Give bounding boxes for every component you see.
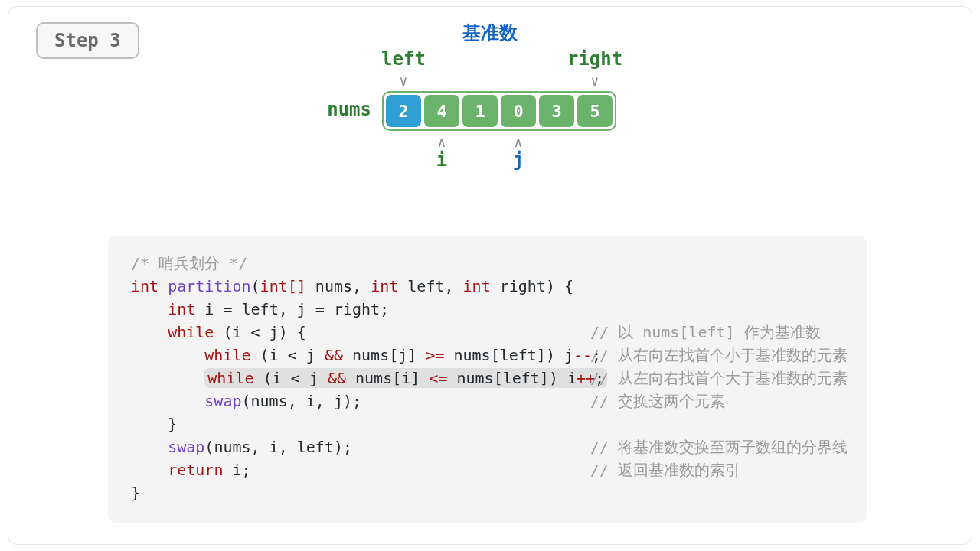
code-text: , bbox=[444, 277, 462, 295]
code-text: (nums, i, left); bbox=[204, 438, 352, 456]
code-text bbox=[491, 277, 500, 295]
code-line: swap(nums, i, j);// 交换这两个元素 bbox=[108, 390, 867, 412]
code-keyword: int bbox=[131, 277, 158, 295]
code-line: while (i < j && nums[j] >= nums[left]) j… bbox=[108, 344, 867, 367]
code-line-highlighted: while (i < j && nums[i] <= nums[left]) i… bbox=[108, 367, 867, 390]
code-text: (i < j) { bbox=[214, 323, 305, 341]
chevron-down-icon: ∨ bbox=[400, 74, 408, 88]
code-keyword: return bbox=[168, 461, 223, 479]
code-text: } bbox=[131, 484, 140, 502]
code-op: -- bbox=[573, 346, 592, 364]
code-keyword: int bbox=[168, 300, 195, 318]
code-keyword: int bbox=[463, 277, 491, 295]
code-line: return i;// 返回基准数的索引 bbox=[108, 458, 867, 481]
left-label: left bbox=[381, 48, 426, 70]
code-text: nums[i] bbox=[346, 369, 429, 387]
array-cell: 2 bbox=[386, 95, 421, 127]
code-text bbox=[131, 392, 204, 410]
chevron-down-icon: ∨ bbox=[591, 74, 599, 88]
code-line: int partition(int[] nums, int left, int … bbox=[108, 275, 867, 298]
code-comment: // 以 nums[left] 作为基准数 bbox=[590, 321, 821, 344]
code-text bbox=[306, 277, 315, 295]
nums-label: nums bbox=[327, 99, 371, 120]
code-comment: // 交换这两个元素 bbox=[590, 390, 725, 412]
code-text bbox=[131, 300, 168, 318]
pointer-top-row: left right bbox=[8, 48, 972, 74]
code-text: , bbox=[352, 277, 371, 295]
code-text: nums[left]) j bbox=[444, 346, 573, 364]
code-text: i; bbox=[223, 461, 250, 479]
code-keyword: while bbox=[204, 346, 250, 364]
code-text bbox=[131, 323, 168, 341]
code-text: } bbox=[131, 415, 177, 433]
code-line: } bbox=[108, 481, 867, 504]
chevron-up-icon: ∧ bbox=[438, 134, 446, 150]
code-text: (i < j bbox=[251, 346, 325, 364]
code-text: i = left, j = right; bbox=[195, 300, 389, 318]
code-text: (i < j bbox=[254, 369, 328, 387]
code-function: swap bbox=[204, 392, 241, 410]
code-line: /* 哨兵划分 */ bbox=[108, 252, 867, 275]
array-row: nums 241035 bbox=[8, 91, 972, 131]
array-cell: 1 bbox=[462, 95, 498, 127]
j-label: j bbox=[513, 149, 524, 171]
code-comment: /* 哨兵划分 */ bbox=[131, 254, 247, 272]
code-line: } bbox=[108, 412, 867, 435]
right-label: right bbox=[567, 48, 622, 70]
code-text bbox=[131, 461, 168, 479]
code-text: ) { bbox=[546, 277, 573, 295]
code-line: swap(nums, i, left);// 将基准数交换至两子数组的分界线 bbox=[108, 435, 867, 458]
code-op: >= bbox=[426, 346, 444, 364]
pointer-top-arrows: ∨ ∨ bbox=[8, 74, 972, 91]
code-comment: // 从左向右找首个大于基准数的元素 bbox=[590, 367, 848, 390]
code-text bbox=[158, 277, 168, 295]
code-function: swap bbox=[168, 438, 204, 456]
code-op: <= bbox=[429, 369, 447, 387]
code-var: nums bbox=[315, 277, 352, 295]
code-var: left bbox=[407, 277, 444, 295]
array-diagram: 基准数 left right ∨ ∨ nums 241035 ∧ ∧ i j bbox=[8, 21, 972, 177]
i-label: i bbox=[436, 149, 447, 171]
chevron-up-icon: ∧ bbox=[514, 134, 523, 150]
code-text: nums[j] bbox=[343, 346, 426, 364]
pivot-label: 基准数 bbox=[8, 21, 972, 45]
code-type: int[] bbox=[260, 277, 306, 295]
code-op: && bbox=[328, 369, 346, 387]
code-keyword: while bbox=[168, 323, 214, 341]
code-comment: // 返回基准数的索引 bbox=[590, 458, 740, 481]
code-text bbox=[131, 438, 168, 456]
array-cell: 0 bbox=[501, 95, 536, 127]
code-text: nums[left]) i bbox=[447, 369, 577, 387]
code-op: && bbox=[325, 346, 343, 364]
code-text bbox=[131, 346, 204, 364]
pointer-bottom-row: ∧ ∧ i j bbox=[8, 131, 972, 177]
code-var: right bbox=[500, 277, 546, 295]
highlight: while (i < j && nums[i] <= nums[left]) i… bbox=[204, 368, 607, 388]
array-frame: 241035 bbox=[382, 91, 616, 131]
code-text bbox=[131, 369, 204, 387]
array-cell: 4 bbox=[424, 95, 459, 127]
code-comment: // 将基准数交换至两子数组的分界线 bbox=[590, 435, 848, 458]
code-keyword: while bbox=[207, 369, 253, 387]
code-comment: // 从右向左找首个小于基准数的元素 bbox=[590, 344, 848, 367]
array-cell: 3 bbox=[539, 95, 574, 127]
code-line: while (i < j) {// 以 nums[left] 作为基准数 bbox=[108, 321, 867, 344]
code-line: int i = left, j = right; bbox=[108, 298, 867, 321]
code-function: partition bbox=[168, 277, 250, 295]
code-text: (nums, i, j); bbox=[242, 392, 362, 410]
array-cell: 5 bbox=[577, 95, 612, 127]
code-block: /* 哨兵划分 */ int partition(int[] nums, int… bbox=[108, 236, 867, 523]
code-text bbox=[398, 277, 407, 295]
code-keyword: int bbox=[371, 277, 398, 295]
diagram-canvas: Step 3 基准数 left right ∨ ∨ nums 241035 ∧ … bbox=[8, 6, 972, 545]
code-text: ( bbox=[251, 277, 260, 295]
